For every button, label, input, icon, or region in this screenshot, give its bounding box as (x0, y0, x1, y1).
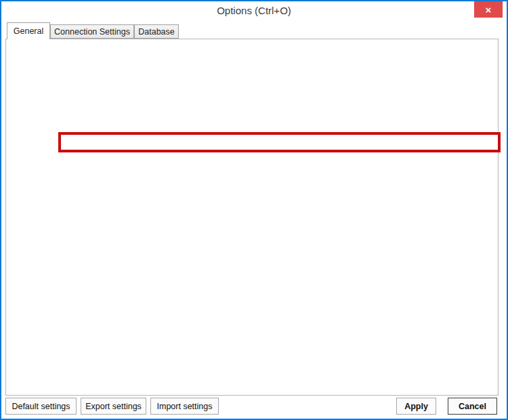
export-settings-button[interactable]: Export settings (81, 398, 146, 415)
apply-label: Apply (404, 402, 428, 411)
close-icon: × (486, 4, 492, 16)
apply-button[interactable]: Apply (396, 398, 436, 415)
default-settings-label: Default settings (12, 402, 70, 411)
tab-database[interactable]: Database (134, 24, 179, 39)
cancel-button[interactable]: Cancel (448, 398, 497, 415)
title-bar[interactable]: Options (Ctrl+O) × (1, 1, 507, 22)
import-settings-button[interactable]: Import settings (150, 398, 219, 415)
import-settings-label: Import settings (157, 402, 213, 411)
general-tab-panel (5, 39, 499, 396)
tab-connection-settings[interactable]: Connection Settings (50, 24, 134, 39)
tab-database-label: Database (138, 27, 175, 37)
dialog-title: Options (Ctrl+O) (1, 5, 507, 16)
cancel-label: Cancel (459, 402, 486, 411)
default-settings-button[interactable]: Default settings (5, 398, 77, 415)
options-dialog: Options (Ctrl+O) × General Connection Se… (0, 0, 508, 420)
tab-general[interactable]: General (7, 22, 50, 39)
tab-connection-settings-label: Connection Settings (54, 27, 130, 37)
tab-general-label: General (14, 26, 43, 36)
export-settings-label: Export settings (85, 402, 142, 411)
close-button[interactable]: × (474, 1, 503, 18)
